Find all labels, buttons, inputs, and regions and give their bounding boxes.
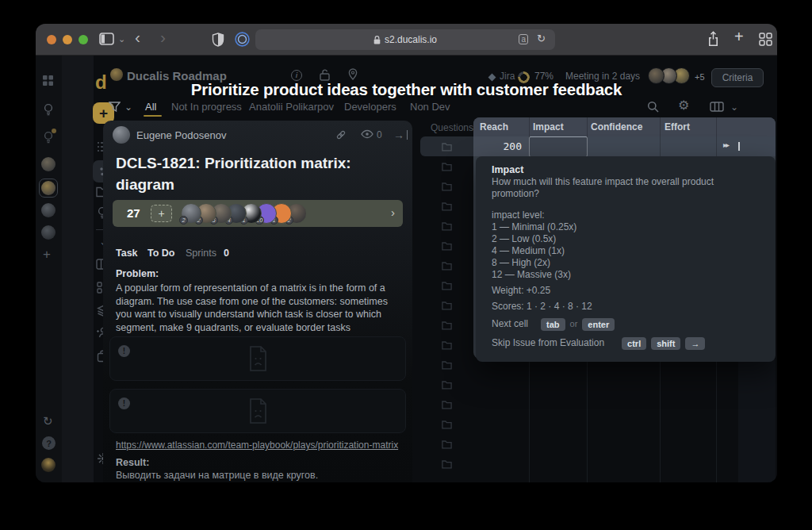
skip-issue-icon[interactable]: → bbox=[393, 129, 404, 141]
column-header-impact[interactable]: Impact bbox=[533, 117, 564, 136]
attachment-placeholder[interactable]: ! bbox=[109, 389, 406, 433]
grid-line bbox=[529, 359, 530, 482]
location-pin-icon[interactable] bbox=[348, 68, 358, 80]
forward-icon[interactable]: › bbox=[160, 30, 166, 44]
tooltip-level: 4 — Medium (1x) bbox=[492, 245, 760, 257]
votes-expand-chevron[interactable]: › bbox=[391, 205, 395, 219]
question-row[interactable] bbox=[420, 315, 473, 335]
question-rows bbox=[420, 156, 473, 482]
column-header-confidence[interactable]: Confidence bbox=[591, 117, 642, 136]
attachment-placeholder[interactable]: ! bbox=[109, 336, 406, 381]
impact-input[interactable] bbox=[529, 136, 588, 157]
question-row[interactable] bbox=[420, 454, 473, 474]
tooltip-weight: Weight: +0.25 bbox=[492, 285, 760, 297]
workspace-avatar[interactable] bbox=[41, 225, 56, 240]
workspace-avatar[interactable] bbox=[41, 157, 56, 171]
workspace-avatar-active[interactable] bbox=[39, 179, 58, 198]
lock-icon bbox=[373, 36, 381, 44]
window-minimize-button[interactable] bbox=[63, 35, 72, 44]
author-name[interactable]: Eugene Podosenov bbox=[136, 129, 226, 141]
question-row[interactable] bbox=[420, 374, 473, 394]
question-row[interactable] bbox=[420, 156, 473, 176]
next-cell-label: Next cell bbox=[492, 318, 528, 330]
question-row[interactable] bbox=[420, 216, 473, 236]
column-header-reach[interactable]: Reach bbox=[480, 117, 508, 136]
filter-tab-anatolii[interactable]: Anatolii Polikarpov bbox=[249, 101, 334, 113]
voter-avatar[interactable]: 2 bbox=[181, 203, 201, 224]
skip-to-end-icon[interactable]: ▸▸ bbox=[723, 140, 728, 149]
back-icon[interactable]: ‹ bbox=[135, 30, 140, 44]
view-columns-icon[interactable] bbox=[710, 102, 724, 112]
question-row[interactable] bbox=[420, 176, 473, 196]
author-avatar bbox=[113, 126, 130, 144]
question-row[interactable] bbox=[420, 414, 473, 434]
question-row[interactable] bbox=[420, 355, 473, 374]
copy-link-icon[interactable] bbox=[335, 129, 347, 141]
skip-to-end-bar bbox=[738, 142, 740, 151]
info-icon[interactable]: i bbox=[291, 70, 302, 81]
search-icon[interactable] bbox=[647, 101, 659, 113]
idea-bulb-icon[interactable] bbox=[43, 103, 54, 117]
user-avatar[interactable] bbox=[41, 458, 56, 472]
filter-tab-not-in-progress[interactable]: Not In progress bbox=[171, 101, 242, 113]
window-close-button[interactable] bbox=[47, 35, 56, 44]
sidebar-chevron-icon[interactable]: ⌄ bbox=[118, 32, 125, 46]
grid-line bbox=[587, 359, 588, 482]
address-bar[interactable]: s2.ducalis.io a ↻ bbox=[255, 29, 555, 50]
new-tab-icon[interactable]: + bbox=[734, 29, 744, 44]
view-chevron-icon[interactable]: ⌄ bbox=[730, 100, 738, 114]
help-icon[interactable]: ? bbox=[42, 436, 56, 450]
tooltip-level: 8 — High (2x) bbox=[492, 257, 760, 269]
filter-chevron-icon[interactable]: ⌄ bbox=[124, 100, 132, 114]
filter-tab-developers[interactable]: Developers bbox=[344, 101, 396, 113]
votes-bar[interactable]: 27 + 2 2 5 4 1 10 1 2 › bbox=[113, 200, 403, 227]
password-manager-icon[interactable] bbox=[235, 32, 250, 47]
watchers-eye-icon[interactable] bbox=[361, 129, 373, 139]
tooltip-levels-label: impact level: bbox=[492, 209, 760, 221]
filter-tab-non-dev[interactable]: Non Dev bbox=[410, 101, 450, 113]
question-row[interactable] bbox=[420, 434, 473, 454]
column-header-effort[interactable]: Effort bbox=[665, 117, 690, 136]
question-row-active[interactable] bbox=[420, 136, 473, 156]
sync-icon[interactable]: ↻ bbox=[43, 414, 53, 428]
sprints-value: 0 bbox=[224, 248, 229, 259]
settings-gear-icon[interactable]: ⚙ bbox=[678, 98, 689, 113]
workspace-avatar[interactable] bbox=[41, 203, 56, 217]
issue-status[interactable]: To Do bbox=[147, 248, 174, 259]
filter-tab-all[interactable]: All bbox=[145, 101, 156, 113]
grid-line bbox=[716, 359, 717, 482]
share-icon[interactable] bbox=[707, 31, 720, 47]
key-arrow-right: → bbox=[685, 337, 705, 350]
question-row[interactable] bbox=[420, 295, 473, 315]
sprints-label[interactable]: Sprints bbox=[186, 248, 216, 259]
idea-bulb-2-icon[interactable] bbox=[43, 131, 54, 144]
question-row[interactable] bbox=[420, 255, 473, 275]
question-row[interactable] bbox=[420, 394, 473, 414]
sidebar-toggle-icon[interactable] bbox=[99, 33, 114, 45]
unlock-icon[interactable] bbox=[320, 69, 330, 81]
problem-label: Problem: bbox=[116, 268, 159, 279]
issue-card: Eugene Podosenov 0 → DCLS-1821: Prioriti… bbox=[103, 121, 412, 482]
question-row[interactable] bbox=[420, 275, 473, 295]
question-row[interactable] bbox=[420, 196, 473, 216]
result-text: Выводить задачи на матрице в виде кругов… bbox=[116, 470, 318, 481]
translate-icon[interactable]: a bbox=[519, 34, 528, 44]
broken-image-icon bbox=[245, 344, 270, 373]
result-label: Result: bbox=[116, 457, 149, 468]
filter-funnel-icon[interactable] bbox=[109, 102, 121, 113]
add-workspace-icon[interactable]: + bbox=[43, 248, 51, 262]
privacy-shield-icon[interactable] bbox=[212, 33, 224, 47]
reach-cell[interactable]: 200 bbox=[473, 136, 529, 156]
active-tab-underline bbox=[144, 115, 162, 117]
warning-icon: ! bbox=[118, 345, 130, 357]
issue-title[interactable]: DCLS-1821: Prioritization matrix: diagra… bbox=[116, 152, 401, 195]
url-text: s2.ducalis.io bbox=[385, 34, 437, 45]
window-zoom-button[interactable] bbox=[79, 35, 88, 44]
reload-icon[interactable]: ↻ bbox=[537, 33, 546, 44]
question-row[interactable] bbox=[420, 236, 473, 255]
tab-overview-icon[interactable] bbox=[759, 33, 772, 46]
add-vote-button[interactable]: + bbox=[151, 205, 172, 222]
external-link[interactable]: https://www.atlassian.com/team-playbook/… bbox=[116, 440, 398, 451]
issue-type[interactable]: Task bbox=[116, 248, 138, 259]
question-row[interactable] bbox=[420, 335, 473, 355]
